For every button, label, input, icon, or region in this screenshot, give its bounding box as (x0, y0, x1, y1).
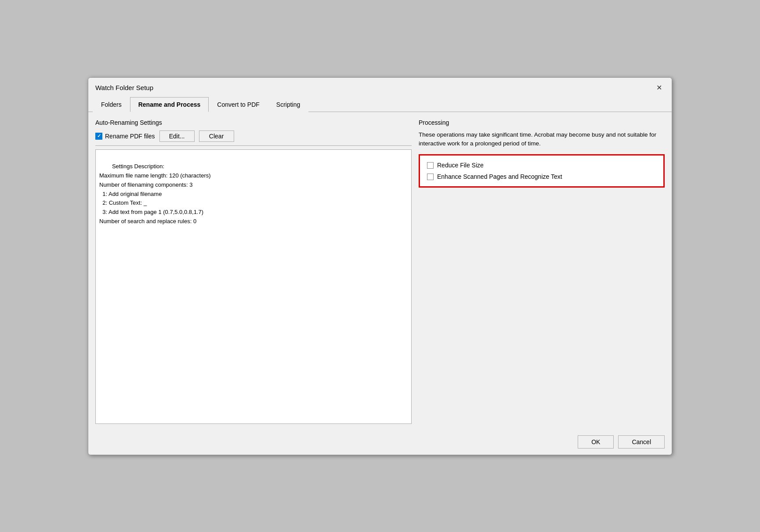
tab-bar: Folders Rename and Process Convert to PD… (88, 97, 672, 112)
enhance-scanned-pages-label: Enhance Scanned Pages and Recognize Text (437, 173, 562, 180)
ok-button[interactable]: OK (578, 435, 614, 449)
reduce-file-size-label: Reduce File Size (437, 162, 484, 169)
title-bar: Watch Folder Setup ✕ (88, 78, 672, 97)
tab-convert-to-pdf[interactable]: Convert to PDF (209, 97, 268, 112)
watch-folder-setup-dialog: Watch Folder Setup ✕ Folders Rename and … (88, 77, 672, 455)
rename-pdf-checkbox[interactable]: ✓ (95, 133, 102, 140)
tab-folders[interactable]: Folders (93, 97, 130, 112)
footer: OK Cancel (88, 431, 672, 455)
rename-pdf-label: Rename PDF files (105, 133, 155, 140)
tab-rename-and-process[interactable]: Rename and Process (130, 97, 209, 112)
rename-row: ✓ Rename PDF files Edit... Clear (95, 130, 412, 142)
edit-button[interactable]: Edit... (159, 130, 195, 142)
processing-title: Processing (419, 119, 665, 126)
cancel-button[interactable]: Cancel (618, 435, 665, 449)
right-panel: Processing These operations may take sig… (419, 119, 665, 424)
dialog-title: Watch Folder Setup (95, 84, 153, 91)
content-area: Auto-Renaming Settings ✓ Rename PDF file… (88, 112, 672, 431)
reduce-file-size-row[interactable]: Reduce File Size (427, 162, 656, 169)
enhance-scanned-pages-row[interactable]: Enhance Scanned Pages and Recognize Text (427, 173, 656, 180)
enhance-scanned-pages-checkbox[interactable] (427, 174, 434, 180)
clear-button[interactable]: Clear (199, 130, 234, 142)
processing-info-text: These operations may take significant ti… (419, 130, 665, 148)
settings-description-text: Settings Description: Maximum file name … (99, 163, 211, 224)
close-button[interactable]: ✕ (653, 82, 665, 94)
auto-renaming-settings-title: Auto-Renaming Settings (95, 119, 412, 126)
rename-pdf-checkbox-label[interactable]: ✓ Rename PDF files (95, 133, 155, 140)
processing-options-box: Reduce File Size Enhance Scanned Pages a… (419, 154, 665, 188)
settings-description-box: Settings Description: Maximum file name … (95, 149, 412, 424)
tab-scripting[interactable]: Scripting (268, 97, 308, 112)
left-panel: Auto-Renaming Settings ✓ Rename PDF file… (95, 119, 412, 424)
reduce-file-size-checkbox[interactable] (427, 162, 434, 169)
separator (95, 145, 412, 146)
